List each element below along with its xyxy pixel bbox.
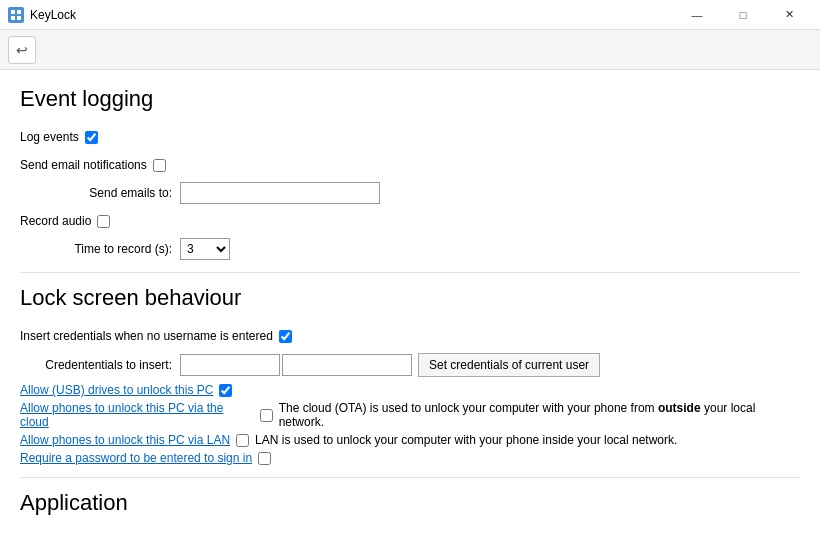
application-title: Application	[20, 490, 800, 520]
cloud-desc-bold: outside	[658, 401, 701, 415]
send-email-row: Send email notifications	[20, 154, 800, 176]
require-password-row: Require a password to be entered to sign…	[20, 451, 800, 465]
cloud-desc: The cloud (OTA) is used to unlock your c…	[279, 401, 800, 429]
require-password-label[interactable]: Require a password to be entered to sign…	[20, 451, 252, 465]
allow-phones-lan-label[interactable]: Allow phones to unlock this PC via LAN	[20, 433, 230, 447]
record-audio-row: Record audio	[20, 210, 800, 232]
svg-rect-3	[17, 16, 21, 20]
minimize-button[interactable]: —	[674, 0, 720, 30]
insert-creds-checkbox[interactable]	[279, 330, 292, 343]
close-button[interactable]: ✕	[766, 0, 812, 30]
title-bar-left: KeyLock	[8, 7, 76, 23]
send-email-label: Send email notifications	[20, 158, 147, 172]
allow-phones-lan-checkbox[interactable]	[236, 434, 249, 447]
svg-rect-0	[11, 10, 15, 14]
lan-desc: LAN is used to unlock your computer with…	[255, 433, 677, 447]
username-input[interactable]: softaro	[180, 354, 280, 376]
event-logging-section: Event logging Log events Send email noti…	[20, 86, 800, 260]
event-logging-title: Event logging	[20, 86, 800, 116]
lock-screen-section: Lock screen behaviour Insert credentials…	[20, 285, 800, 465]
send-email-checkbox[interactable]	[153, 159, 166, 172]
credentials-row: Credententials to insert: softaro WIN-IN…	[20, 353, 800, 377]
require-password-checkbox[interactable]	[258, 452, 271, 465]
time-to-record-label: Time to record (s):	[20, 242, 180, 256]
record-audio-label: Record audio	[20, 214, 91, 228]
allow-phones-lan-row: Allow phones to unlock this PC via LAN L…	[20, 433, 800, 447]
insert-creds-row: Insert credentials when no username is e…	[20, 325, 800, 347]
time-to-record-select[interactable]: 3 5 10	[180, 238, 230, 260]
window-title: KeyLock	[30, 8, 76, 22]
back-button[interactable]: ↩	[8, 36, 36, 64]
log-events-checkbox[interactable]	[85, 131, 98, 144]
allow-phones-cloud-row: Allow phones to unlock this PC via the c…	[20, 401, 800, 429]
record-audio-checkbox[interactable]	[97, 215, 110, 228]
computer-input[interactable]: WIN-INQQ3MDKBSG	[282, 354, 412, 376]
allow-usb-checkbox[interactable]	[219, 384, 232, 397]
allow-usb-label[interactable]: Allow (USB) drives to unlock this PC	[20, 383, 213, 397]
log-events-row: Log events	[20, 126, 800, 148]
maximize-button[interactable]: □	[720, 0, 766, 30]
app-icon	[8, 7, 24, 23]
title-bar-controls: — □ ✕	[674, 0, 812, 30]
main-content: Event logging Log events Send email noti…	[0, 70, 820, 533]
lock-screen-title: Lock screen behaviour	[20, 285, 800, 315]
application-section: Application Automatic updates Install be…	[20, 490, 800, 533]
title-bar: KeyLock — □ ✕	[0, 0, 820, 30]
allow-usb-row: Allow (USB) drives to unlock this PC	[20, 383, 800, 397]
allow-phones-cloud-checkbox[interactable]	[260, 409, 273, 422]
set-credentials-button[interactable]: Set credentials of current user	[418, 353, 600, 377]
send-emails-input[interactable]	[180, 182, 380, 204]
toolbar: ↩	[0, 30, 820, 70]
insert-creds-label: Insert credentials when no username is e…	[20, 329, 273, 343]
svg-rect-2	[11, 16, 15, 20]
send-emails-to-row: Send emails to:	[20, 182, 800, 204]
time-to-record-row: Time to record (s): 3 5 10	[20, 238, 800, 260]
svg-rect-1	[17, 10, 21, 14]
send-emails-to-label: Send emails to:	[20, 186, 180, 200]
log-events-label: Log events	[20, 130, 79, 144]
credentials-label: Credententials to insert:	[20, 358, 180, 372]
allow-phones-cloud-label[interactable]: Allow phones to unlock this PC via the c…	[20, 401, 254, 429]
